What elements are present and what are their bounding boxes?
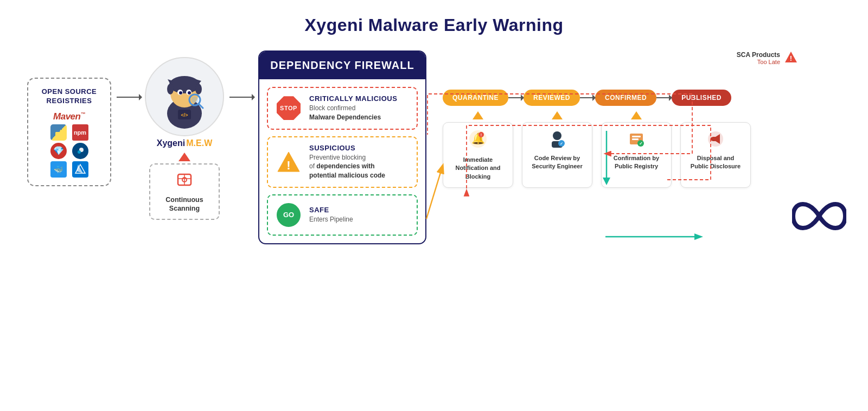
sca-warning-icon: ! bbox=[784, 50, 797, 66]
svg-text:✓: ✓ bbox=[639, 141, 643, 146]
code-review-text: Code Review bySecurity Engineer bbox=[532, 154, 583, 171]
critically-malicious-desc: Block confirmedMalware Dependencies bbox=[309, 104, 397, 122]
notification-card: 🔔 ! ImmediateNotification andBlocking bbox=[443, 122, 513, 188]
safe-pipeline-arrow bbox=[605, 231, 703, 244]
svg-marker-32 bbox=[631, 111, 642, 119]
confirmation-text: Confirmation byPublic Registry bbox=[614, 154, 659, 171]
upward-arrow bbox=[178, 153, 190, 161]
stage-arrow-2 bbox=[580, 97, 595, 98]
svg-point-2 bbox=[78, 150, 81, 154]
svg-point-18 bbox=[167, 84, 174, 94]
stage-arrow-1 bbox=[508, 97, 524, 98]
sca-sublabel: Too Late bbox=[737, 59, 780, 65]
triangle-indicators bbox=[443, 110, 841, 120]
svg-marker-30 bbox=[473, 111, 483, 119]
svg-point-19 bbox=[195, 84, 202, 94]
registries-title: OPEN SOURCEREGISTRIES bbox=[42, 87, 97, 106]
svg-marker-50 bbox=[603, 178, 610, 185]
critically-malicious-card: STOP CRITICALLY MALICIOUS Block confirme… bbox=[267, 87, 418, 130]
maven-logo: Maven™ bbox=[53, 111, 85, 122]
stage-pills-row: QUARANTINE REVIEWED CONFIRMED PUBLISHED bbox=[443, 90, 841, 106]
svg-point-14 bbox=[192, 97, 198, 103]
continuous-scanning-box: Continuous Scanning bbox=[149, 163, 220, 220]
svg-rect-42 bbox=[632, 136, 641, 137]
critically-malicious-title: CRITICALLY MALICIOUS bbox=[309, 94, 397, 103]
scan-label: Continuous Scanning bbox=[158, 195, 211, 213]
registry-logos: Maven™ npm 💎 bbox=[38, 111, 100, 178]
go-circle-icon: GO bbox=[276, 202, 302, 228]
svg-rect-48 bbox=[711, 137, 713, 141]
disposal-text: Disposal andPublic Disclosure bbox=[691, 154, 741, 171]
suspicious-title: SUSPICIOUS bbox=[309, 144, 385, 152]
svg-point-12 bbox=[188, 91, 191, 94]
svg-point-37 bbox=[553, 131, 561, 140]
docker-icon: 🐳 bbox=[50, 161, 67, 178]
python-icon bbox=[50, 124, 67, 141]
azure-icon bbox=[72, 161, 88, 178]
code-review-card: ✓ Code Review bySecurity Engineer bbox=[522, 122, 592, 188]
registry-icon: ✓ bbox=[627, 129, 646, 151]
sca-products-label: SCA Products Too Late ! bbox=[737, 50, 797, 66]
disclosure-icon bbox=[706, 129, 725, 151]
registries-box: OPEN SOURCEREGISTRIES Maven™ bbox=[27, 78, 111, 186]
quarantine-pill: QUARANTINE bbox=[443, 90, 508, 106]
firewall-box: DEPENDENCY FIREWALL STOP CRITICALLY MALI… bbox=[258, 50, 426, 244]
nuget-icon bbox=[72, 143, 88, 159]
vertical-arrow-down bbox=[601, 131, 612, 187]
suspicious-card: ! SUSPICIOUS Preventive blockingof depen… bbox=[267, 136, 418, 188]
pipeline-area: SCA Products Too Late ! QUARANTINE REVIE… bbox=[437, 45, 841, 188]
scan-icon bbox=[175, 170, 194, 193]
mascot-area: </> bbox=[144, 56, 225, 137]
svg-marker-31 bbox=[552, 111, 563, 119]
notification-icon: 🔔 ! bbox=[468, 129, 488, 153]
svg-point-11 bbox=[179, 91, 182, 94]
svg-text:!: ! bbox=[286, 159, 290, 172]
published-pill: PUBLISHED bbox=[672, 90, 731, 106]
svg-rect-43 bbox=[632, 138, 639, 140]
mascot-label: Xygeni M.E.W bbox=[157, 138, 212, 148]
page-title: Xygeni Malware Early Warning bbox=[0, 0, 868, 45]
svg-text:!: ! bbox=[481, 133, 482, 137]
warning-triangle-icon: ! bbox=[276, 149, 302, 175]
safe-card: GO SAFE Enters Pipeline bbox=[267, 194, 418, 236]
stop-sign-icon: STOP bbox=[276, 95, 302, 121]
detail-cards-row: 🔔 ! ImmediateNotification andBlocking bbox=[443, 122, 841, 188]
safe-desc: Enters Pipeline bbox=[309, 215, 353, 224]
firewall-header: DEPENDENCY FIREWALL bbox=[259, 52, 425, 79]
notification-text: ImmediateNotification andBlocking bbox=[455, 156, 500, 181]
npm-icon: npm bbox=[72, 124, 88, 141]
arrow-to-firewall bbox=[229, 97, 254, 98]
arrow-to-mascot bbox=[117, 97, 141, 98]
stage-arrow-3 bbox=[656, 97, 672, 98]
ruby-icon: 💎 bbox=[50, 143, 67, 159]
engineer-icon: ✓ bbox=[547, 129, 567, 151]
svg-marker-52 bbox=[694, 233, 703, 240]
svg-text:!: ! bbox=[790, 54, 792, 62]
sca-label: SCA Products bbox=[737, 51, 780, 59]
reviewed-pill: REVIEWED bbox=[524, 90, 580, 106]
xygeni-infinity-logo bbox=[792, 199, 846, 236]
disposal-card: Disposal andPublic Disclosure bbox=[680, 122, 751, 188]
svg-point-8 bbox=[169, 76, 200, 93]
safe-title: SAFE bbox=[309, 206, 353, 214]
mascot-svg: </> bbox=[144, 56, 225, 137]
suspicious-desc: Preventive blockingof dependencies withp… bbox=[309, 153, 385, 180]
confirmed-pill: CONFIRMED bbox=[595, 90, 656, 106]
svg-text:✓: ✓ bbox=[560, 142, 563, 146]
svg-text:</>: </> bbox=[181, 112, 188, 118]
